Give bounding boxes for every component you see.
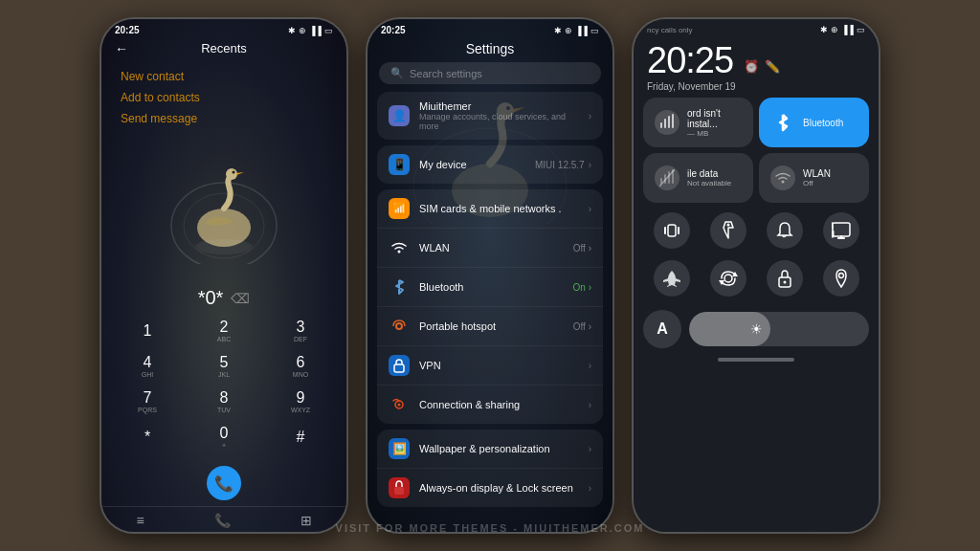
dial-key-6[interactable]: 6MNO <box>264 350 337 382</box>
phone3-status-bar: ncy calls only ✱ ⊕ ▐▐ ▭ <box>634 19 879 36</box>
svg-point-11 <box>396 323 402 329</box>
search-placeholder: Search settings <box>410 68 482 79</box>
mobile-data-text: ord isn't instal... — MB <box>687 108 742 138</box>
settings-item-wallpaper[interactable]: 🖼️ Wallpaper & personalization › <box>377 430 603 469</box>
phone-2: 20:25 ✱ ⊕ ▐▐ ▭ Settings 🔍 Search setting… <box>366 17 614 534</box>
lockscreen-icon <box>389 477 410 498</box>
cc-tile-bluetooth[interactable]: Bluetooth <box>759 98 869 147</box>
location-button[interactable] <box>823 260 859 297</box>
new-contact-action[interactable]: New contact <box>121 67 327 86</box>
settings-item-bluetooth[interactable]: Bluetooth On › <box>377 268 603 307</box>
dial-key-4[interactable]: 4GHI <box>111 350 184 382</box>
dial-key-0[interactable]: 0+ <box>188 421 260 452</box>
wlan-text: WLAN <box>419 242 564 253</box>
settings-item-wlan[interactable]: WLAN Off › <box>377 229 603 268</box>
svg-rect-21 <box>833 223 850 236</box>
back-button[interactable]: ← <box>115 41 128 56</box>
mydevice-version: MIUI 12.5.7 › <box>535 160 591 170</box>
swan-illustration <box>162 159 286 264</box>
connection-icon <box>389 394 410 415</box>
auto-rotate-button[interactable] <box>710 260 746 297</box>
cc-date: Friday, November 19 <box>647 81 736 92</box>
svg-point-31 <box>838 274 843 278</box>
settings-item-vpn[interactable]: VPN › <box>377 346 603 386</box>
svg-point-14 <box>398 404 401 407</box>
settings-item-lockscreen[interactable]: Always-on display & Lock screen › <box>377 469 603 507</box>
nav-phone-icon[interactable]: 📞 <box>214 513 231 528</box>
wlan-status: Off › <box>573 243 591 253</box>
add-contacts-action[interactable]: Add to contacts <box>121 88 327 107</box>
settings-section-account: 👤 Miuithemer Manage accounts, cloud serv… <box>377 92 603 140</box>
airplane-button[interactable] <box>654 260 690 297</box>
wlan-tile-icon <box>770 165 795 190</box>
backspace-icon[interactable]: ⌫ <box>231 291 250 306</box>
dial-key-2[interactable]: 2ABC <box>188 315 260 346</box>
edit-icon[interactable]: ✏️ <box>765 59 780 74</box>
dial-key-5[interactable]: 5JKL <box>188 350 260 382</box>
phone-1: 20:25 ✱ ⊕ ▐▐ ▭ ← Recents New contact Add… <box>100 17 348 534</box>
miuithemer-icon: 👤 <box>389 105 410 126</box>
settings-item-mydevice[interactable]: 📱 My device MIUI 12.5.7 › <box>377 145 603 184</box>
settings-title: Settings <box>368 37 612 62</box>
nav-menu-icon[interactable]: ≡ <box>136 513 144 528</box>
cc-time-block: 20:25 Friday, November 19 <box>647 40 736 92</box>
settings-item-sim[interactable]: 📶 SIM cards & mobile networks . › <box>377 189 603 229</box>
dial-key-3[interactable]: 3DEF <box>264 315 337 346</box>
mydevice-text: My device <box>419 159 525 170</box>
notification-button[interactable] <box>767 212 803 249</box>
wlan-icon <box>389 237 410 258</box>
settings-search[interactable]: 🔍 Search settings <box>379 62 601 84</box>
flashlight-button[interactable] <box>710 212 746 249</box>
cc-bottom-row: A ☀ <box>643 306 869 352</box>
vpn-icon <box>389 355 410 376</box>
call-button[interactable]: 📞 <box>207 466 241 500</box>
home-indicator[interactable] <box>718 358 794 362</box>
dial-key-7[interactable]: 7PQRS <box>111 386 184 417</box>
sim-text: SIM cards & mobile networks . <box>419 203 579 214</box>
svg-rect-15 <box>394 487 404 495</box>
dial-key-1[interactable]: 1 <box>111 315 184 346</box>
lock-button[interactable] <box>767 260 803 297</box>
a-button[interactable]: A <box>643 310 681 348</box>
cc-tile-data-disabled[interactable]: ile data Not available <box>643 153 753 203</box>
wallpaper-text: Wallpaper & personalization <box>419 443 579 454</box>
svg-rect-12 <box>394 364 404 372</box>
recents-header: ← Recents <box>101 37 346 59</box>
send-message-action[interactable]: Send message <box>121 109 327 128</box>
miuithemer-text: Miuithemer Manage accounts, cloud servic… <box>419 100 579 131</box>
phone2-time: 20:25 <box>381 25 406 35</box>
brightness-fill: ☀ <box>689 312 770 346</box>
mydevice-icon: 📱 <box>389 154 410 175</box>
mobile-data-icon <box>655 110 679 135</box>
data-disabled-text: ile data Not available <box>687 168 742 187</box>
brightness-slider[interactable]: ☀ <box>689 312 869 346</box>
phone-3: ncy calls only ✱ ⊕ ▐▐ ▭ 20:25 Friday, No… <box>632 17 880 534</box>
dialpad-grid: 1 2ABC 3DEF 4GHI 5JKL 6MNO 7PQRS 8TUV 9W… <box>111 315 337 417</box>
cc-tile-mobile-data[interactable]: ord isn't instal... — MB <box>643 98 753 147</box>
settings-item-hotspot[interactable]: Portable hotspot Off › <box>377 307 603 346</box>
hotspot-status: Off › <box>573 321 591 332</box>
vpn-text: VPN <box>419 360 579 371</box>
wallpaper-chevron: › <box>589 444 591 454</box>
bluetooth-tile-text: Bluetooth <box>803 118 858 128</box>
settings-section-device: 📱 My device MIUI 12.5.7 › <box>377 145 603 184</box>
cc-icon-row-1 <box>643 209 869 253</box>
vibrate-button[interactable] <box>654 212 690 249</box>
alarm-icon[interactable]: ⏰ <box>744 59 759 74</box>
svg-point-3 <box>226 168 237 180</box>
settings-section-network: 📶 SIM cards & mobile networks . › WLAN O… <box>377 189 603 424</box>
cast-button[interactable] <box>823 212 859 249</box>
dial-key-hash[interactable]: # <box>264 421 337 452</box>
dial-key-star[interactable]: * <box>111 421 184 452</box>
settings-item-connection-sharing[interactable]: Connection & sharing › <box>377 386 603 424</box>
cc-tile-wlan[interactable]: WLAN Off <box>759 153 869 203</box>
bluetooth-text: Bluetooth <box>419 281 564 293</box>
settings-item-miuithemer[interactable]: 👤 Miuithemer Manage accounts, cloud serv… <box>377 92 603 140</box>
cc-time-icons: ⏰ ✏️ <box>744 59 780 74</box>
connection-sharing-text: Connection & sharing <box>419 399 579 410</box>
dial-key-8[interactable]: 8TUV <box>188 386 260 417</box>
bottom-navigation: ≡ 📞 ⊞ <box>101 506 346 532</box>
nav-grid-icon[interactable]: ⊞ <box>301 513 312 528</box>
dial-key-9[interactable]: 9WXYZ <box>264 386 337 417</box>
vpn-chevron: › <box>589 361 591 371</box>
